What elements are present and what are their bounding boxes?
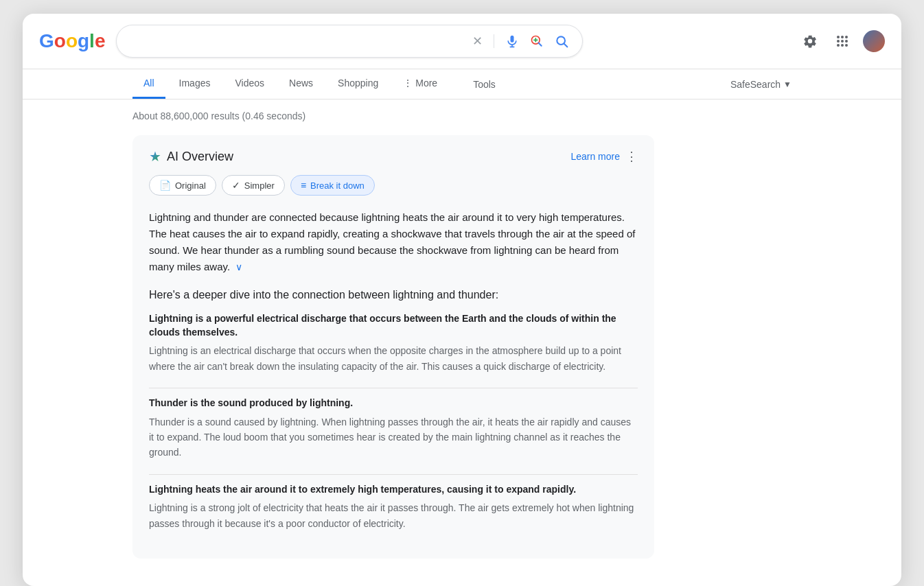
ai-section-2: Thunder is the sound produced by lightni… <box>149 397 638 460</box>
simpler-icon: ✓ <box>232 180 240 191</box>
google-logo: Google <box>39 30 105 52</box>
ai-overview-header: AI Overview Learn more ⋮ <box>149 149 638 164</box>
browser-window: Google explain the connection between li… <box>23 14 901 586</box>
tab-images[interactable]: Images <box>168 69 222 99</box>
lens-button[interactable] <box>527 32 546 51</box>
ai-overview-actions: Learn more ⋮ <box>570 149 638 164</box>
tools-tab[interactable]: Tools <box>462 71 507 98</box>
tab-shopping[interactable]: Shopping <box>327 69 389 99</box>
ai-section-text-1: Lightning is an electrical discharge tha… <box>149 343 638 374</box>
divider <box>494 34 494 48</box>
show-more-button[interactable]: ∨ <box>235 261 242 272</box>
nav-tabs: All Images Videos News Shopping ⋮ More T… <box>23 69 901 99</box>
ai-section-text-2: Thunder is a sound caused by lightning. … <box>149 414 638 460</box>
style-buttons: 📄 Original ✓ Simpler ≡ Break it down <box>149 175 638 196</box>
ai-summary-text: Lightning and thunder are connected beca… <box>149 209 638 275</box>
avatar[interactable] <box>863 30 885 52</box>
break-down-icon: ≡ <box>301 180 306 191</box>
tab-news[interactable]: News <box>278 69 324 99</box>
divider-1 <box>149 388 638 388</box>
svg-rect-0 <box>511 36 514 43</box>
tab-more[interactable]: ⋮ More <box>392 69 448 99</box>
clear-button[interactable]: ✕ <box>470 31 485 51</box>
header-right <box>798 30 885 53</box>
search-button[interactable] <box>552 32 571 51</box>
ai-section-title-1: Lightning is a powerful electrical disch… <box>149 312 638 339</box>
main-content: About 88,600,000 results (0.46 seconds) <box>132 99 654 586</box>
grid-icon <box>837 36 848 47</box>
ai-section-title-3: Lightning heats the air around it to ext… <box>149 483 638 497</box>
safesearch[interactable]: SafeSearch ▼ <box>730 79 792 90</box>
ai-section-1: Lightning is a powerful electrical disch… <box>149 312 638 374</box>
simpler-style-button[interactable]: ✓ Simpler <box>222 175 285 196</box>
svg-line-5 <box>564 44 568 47</box>
search-box: explain the connection between lightning… <box>116 25 583 58</box>
results-area: About 88,600,000 results (0.46 seconds) <box>23 99 901 586</box>
search-header: Google explain the connection between li… <box>23 14 901 69</box>
results-count: About 88,600,000 results (0.46 seconds) <box>132 110 654 121</box>
voice-search-button[interactable] <box>503 32 522 51</box>
tab-videos[interactable]: Videos <box>224 69 275 99</box>
ai-overview-title: AI Overview <box>149 150 233 164</box>
apps-button[interactable] <box>833 32 852 51</box>
ai-section-3: Lightning heats the air around it to ext… <box>149 483 638 531</box>
divider-2 <box>149 474 638 475</box>
ai-overview: AI Overview Learn more ⋮ 📄 Original ✓ <box>132 135 654 559</box>
ai-star-icon <box>149 150 161 163</box>
original-style-button[interactable]: 📄 Original <box>149 175 216 196</box>
ai-section-title-2: Thunder is the sound produced by lightni… <box>149 397 638 410</box>
more-options-icon[interactable]: ⋮ <box>625 149 638 164</box>
break-it-down-style-button[interactable]: ≡ Break it down <box>290 175 375 196</box>
original-icon: 📄 <box>159 180 171 191</box>
tab-all[interactable]: All <box>132 69 165 99</box>
ai-detail-header: Here's a deeper dive into the connection… <box>149 289 638 301</box>
search-input[interactable]: explain the connection between lightning… <box>128 35 464 47</box>
settings-button[interactable] <box>798 30 822 53</box>
learn-more-button[interactable]: Learn more <box>570 151 620 162</box>
ai-section-text-3: Lightning is a strong jolt of electricit… <box>149 500 638 531</box>
